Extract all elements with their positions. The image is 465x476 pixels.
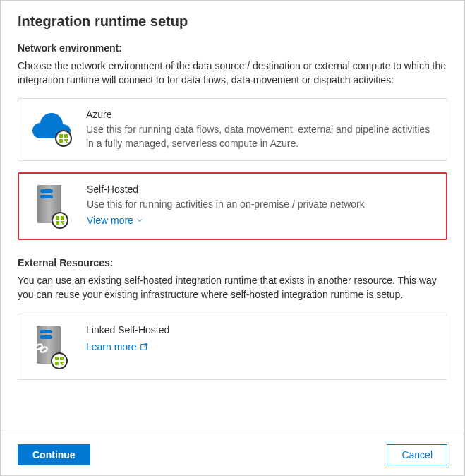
external-section-label: External Resources: xyxy=(18,257,447,268)
svg-rect-10 xyxy=(61,216,64,220)
svg-point-17 xyxy=(52,353,67,369)
svg-point-0 xyxy=(56,131,71,146)
svg-rect-18 xyxy=(55,357,59,360)
external-link-icon xyxy=(140,343,148,351)
page-title: Integration runtime setup xyxy=(18,13,447,30)
external-section-description: You can use an existing self-hosted inte… xyxy=(18,274,447,302)
self-hosted-card[interactable]: Self-Hosted Use this for running activit… xyxy=(18,172,447,240)
dialog-content: Integration runtime setup Network enviro… xyxy=(1,1,464,434)
svg-rect-11 xyxy=(56,221,59,225)
svg-rect-3 xyxy=(59,139,63,143)
self-hosted-card-description: Use this for running activities in an on… xyxy=(87,198,433,212)
view-more-link[interactable]: View more xyxy=(87,215,143,226)
chevron-down-icon xyxy=(136,217,143,224)
svg-rect-6 xyxy=(40,189,53,193)
svg-rect-13 xyxy=(40,330,52,333)
svg-point-8 xyxy=(52,213,68,228)
view-more-label: View more xyxy=(87,215,133,226)
network-section-description: Choose the network environment of the da… xyxy=(18,59,447,87)
svg-rect-9 xyxy=(56,216,59,220)
integration-runtime-setup-dialog: Integration runtime setup Network enviro… xyxy=(0,0,465,476)
azure-card-body: Azure Use this for running data flows, d… xyxy=(86,109,434,150)
self-hosted-card-title: Self-Hosted xyxy=(87,184,433,195)
azure-cloud-icon xyxy=(31,109,73,148)
svg-rect-2 xyxy=(64,134,68,138)
learn-more-label: Learn more xyxy=(86,341,137,352)
svg-rect-7 xyxy=(40,195,53,198)
svg-rect-1 xyxy=(59,134,63,138)
linked-card-title: Linked Self-Hosted xyxy=(86,324,434,335)
svg-rect-14 xyxy=(40,335,52,339)
azure-card-description: Use this for running data flows, data mo… xyxy=(86,123,434,150)
linked-self-hosted-card[interactable]: Linked Self-Hosted Learn more xyxy=(18,314,447,380)
linked-server-icon xyxy=(31,324,73,369)
continue-button[interactable]: Continue xyxy=(18,444,90,465)
svg-rect-19 xyxy=(60,357,64,360)
network-section-label: Network environment: xyxy=(18,42,447,54)
self-hosted-card-body: Self-Hosted Use this for running activit… xyxy=(87,184,433,226)
server-icon xyxy=(32,184,74,229)
azure-card-title: Azure xyxy=(86,109,434,120)
dialog-footer: Continue Cancel xyxy=(1,434,464,475)
linked-card-body: Linked Self-Hosted Learn more xyxy=(86,324,434,352)
svg-rect-20 xyxy=(55,362,59,365)
cancel-button[interactable]: Cancel xyxy=(387,444,447,465)
azure-card[interactable]: Azure Use this for running data flows, d… xyxy=(18,98,447,161)
learn-more-link[interactable]: Learn more xyxy=(86,341,148,352)
